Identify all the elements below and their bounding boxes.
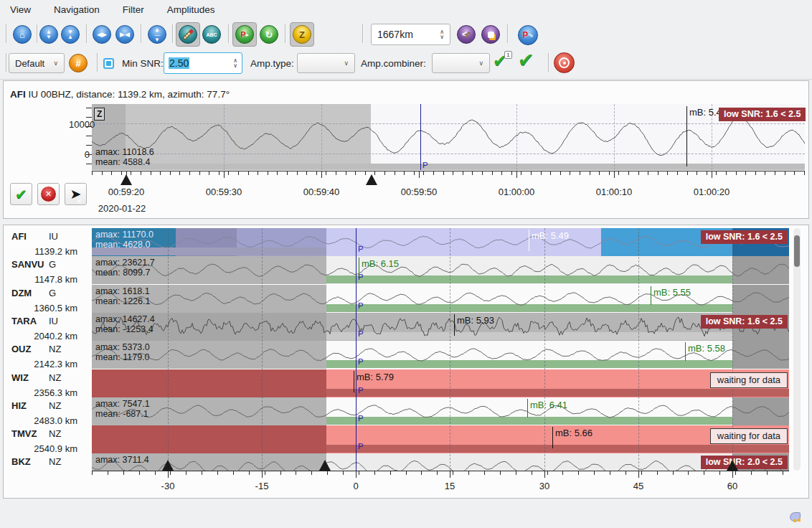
mb-amplitude-line[interactable] <box>686 106 687 166</box>
station-trace-row[interactable]: amax: 11170.0 mean: 4628.0 P mB: 5.49low… <box>92 228 789 256</box>
station-trace-row[interactable]: P mB: 5.66waiting for data <box>92 425 789 453</box>
commit-count-badge: 1 <box>504 51 512 59</box>
skip-trace-button[interactable]: ➤✕ <box>65 183 87 205</box>
signal-start-marker-list[interactable] <box>319 460 331 471</box>
station-trace-row[interactable]: amax: 3711.4 P low SNR: 2.0 < 2.5 <box>92 453 789 471</box>
rel-minor-tick <box>767 471 768 475</box>
station-trace-row[interactable]: amax: 7547.1 mean: -687.1 P mB: 6.41 <box>92 397 789 425</box>
station-trace-row[interactable]: P mB: 5.79waiting for data <box>92 369 789 397</box>
p-pick-line[interactable] <box>420 104 421 170</box>
signal-end-marker-list[interactable] <box>727 460 738 471</box>
separator <box>228 24 230 43</box>
amp-type-combo[interactable]: ∨ <box>297 53 355 73</box>
y-tick <box>86 117 92 118</box>
slider-settings-button[interactable] <box>481 25 500 44</box>
rel-major-tick <box>356 471 357 478</box>
min-snr-spinbox[interactable]: 2.50 ∧∨ <box>164 52 242 74</box>
station-trace-row[interactable]: amax: 5373.0 mean: 1179.0 P mB: 5.58 <box>92 341 789 369</box>
amp-combiner-combo[interactable]: ∨ <box>432 53 490 73</box>
station-code[interactable]: DZM <box>11 288 32 298</box>
station-code[interactable]: TMVZ <box>11 428 37 439</box>
row-mb-line[interactable] <box>651 286 651 305</box>
row-amax-value: amax: 1618.1 <box>95 286 150 296</box>
station-trace-row[interactable]: amax: 14627.4 mean: -1253.4 P mB: 5.93lo… <box>92 313 789 341</box>
row-mb-line[interactable] <box>529 230 529 251</box>
station-code[interactable]: BKZ <box>11 456 31 467</box>
measure-tool-toggle[interactable] <box>176 22 200 47</box>
time-minor-tick <box>745 171 746 175</box>
picker-p-wave-button[interactable]: P∿ <box>518 25 538 45</box>
menu-filter[interactable]: Filter <box>120 3 147 16</box>
station-trace-row[interactable]: amax: 1618.1 mean: 1226.1 P mB: 5.55 <box>92 285 789 313</box>
hash-filter-button[interactable]: # <box>69 54 88 72</box>
time-minor-tick <box>141 171 141 175</box>
station-code[interactable]: TARA <box>11 316 37 326</box>
time-minor-tick <box>228 171 229 175</box>
labels-abc-button[interactable]: ABC <box>202 25 221 44</box>
list-gridline-v <box>168 228 169 471</box>
collapse-vertical-icon[interactable]: ▼▲ <box>61 25 80 44</box>
accept-amplitude-button[interactable]: ✔ <box>10 183 32 205</box>
row-mb-line[interactable] <box>354 371 354 392</box>
noise-window-marker-list[interactable] <box>162 460 174 471</box>
fit-amplitude-icon[interactable]: ▲—▼ <box>148 25 166 44</box>
spinner-arrows[interactable]: ∧∨ <box>440 29 444 39</box>
row-amax-value: amax: 23621.7 <box>95 258 155 268</box>
expand-horizontal-icon[interactable]: ◀▶ <box>93 25 111 44</box>
pick-phase-toggle[interactable]: P▸ <box>232 22 257 47</box>
rel-minor-tick <box>484 471 485 475</box>
row-amax-value: amax: 5373.0 <box>95 342 150 352</box>
row-mb-line[interactable] <box>552 427 553 448</box>
min-snr-label: Min SNR: <box>122 58 164 69</box>
menu-amplitudes[interactable]: Amplitudes <box>164 3 218 16</box>
home-view-button[interactable]: ⌂ <box>13 25 32 44</box>
rel-minor-tick <box>406 471 407 475</box>
expand-vertical-icon[interactable]: ▲▼ <box>39 25 58 44</box>
row-mb-line[interactable] <box>527 399 528 418</box>
time-minor-tick <box>248 171 249 175</box>
rel-minor-tick <box>217 471 218 475</box>
commit-all-button[interactable]: ✔ <box>518 52 534 69</box>
time-minor-tick <box>638 171 639 175</box>
component-z-toggle[interactable]: Z <box>290 22 314 47</box>
menu-view[interactable]: View <box>7 3 34 16</box>
list-scrollbar[interactable] <box>793 228 801 471</box>
filter-profile-combo[interactable]: Default∨ <box>9 53 65 73</box>
waiting-for-data-badge: waiting for data <box>710 372 788 388</box>
min-snr-checkbox[interactable] <box>103 58 114 69</box>
row-amax-value: amax: 7547.1 <box>95 399 150 409</box>
collapse-horizontal-icon[interactable]: ▶◀ <box>115 25 134 44</box>
measure-distance-button[interactable]: < <box>457 25 476 44</box>
reload-picks-button[interactable]: ↻ <box>260 25 278 44</box>
rel-minor-tick <box>421 471 422 475</box>
time-minor-tick <box>463 171 463 175</box>
row-mb-line[interactable] <box>359 258 359 276</box>
reject-amplitude-button[interactable]: ✕ <box>37 183 60 205</box>
time-minor-tick <box>111 171 112 175</box>
scrollbar-thumb[interactable] <box>794 235 800 267</box>
rel-minor-tick <box>751 471 752 475</box>
station-code[interactable]: SANVU <box>11 259 44 270</box>
spinner-arrows[interactable]: ∧∨ <box>233 58 237 68</box>
station-code[interactable]: HIZ <box>11 400 27 411</box>
rel-major-tick <box>544 471 545 478</box>
station-code[interactable]: AFI <box>11 231 27 242</box>
time-minor-tick <box>541 171 542 175</box>
row-mb-line[interactable] <box>454 314 455 336</box>
y-tick <box>86 136 92 136</box>
recalculate-magnitude-button[interactable] <box>554 52 575 73</box>
distance-spinbox[interactable]: 1667km ∧∨ <box>371 24 450 45</box>
menu-navigation[interactable]: Navigation <box>51 3 103 16</box>
main-mean-value: mean: 4588.4 <box>95 157 150 167</box>
station-trace-row[interactable]: amax: 23621.7 mean: 8099.7 P mB: 6.15 <box>92 256 789 284</box>
signal-window-marker[interactable] <box>366 174 377 185</box>
station-code[interactable]: OUZ <box>11 344 31 354</box>
row-mb-line[interactable] <box>685 342 686 361</box>
time-minor-tick <box>501 171 502 175</box>
rel-minor-tick <box>296 471 296 475</box>
station-code[interactable]: WIZ <box>11 372 29 383</box>
time-major-tick <box>614 171 615 178</box>
rel-minor-tick <box>610 471 610 475</box>
time-minor-tick <box>521 171 521 175</box>
station-distance: 2040.2 km <box>11 331 77 341</box>
